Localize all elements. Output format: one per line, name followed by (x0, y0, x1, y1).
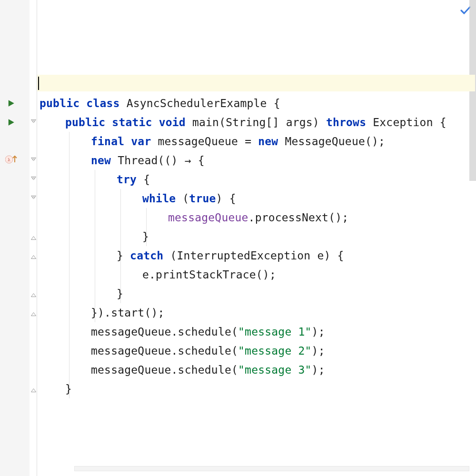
code-editor[interactable]: public class AsyncSchedulerExample {publ… (37, 0, 476, 476)
fold-collapse-icon[interactable] (31, 119, 36, 124)
fold-end-icon[interactable] (31, 235, 36, 239)
code-line[interactable]: } (37, 227, 149, 246)
code-text: while (true) { (37, 192, 236, 205)
code-text: } (37, 288, 123, 300)
code-line[interactable]: } catch (InterruptedException e) { (37, 246, 344, 265)
svg-marker-5 (31, 120, 36, 123)
fold-collapse-icon[interactable] (31, 177, 36, 181)
text-caret (38, 77, 39, 90)
code-text: }).start(); (37, 307, 165, 319)
code-line[interactable]: messageQueue.schedule("message 3"); (37, 360, 325, 379)
code-line[interactable]: } (37, 379, 72, 398)
horizontal-scrollbar[interactable] (74, 466, 469, 471)
code-text: messageQueue.schedule("message 1"); (37, 326, 325, 338)
fold-collapse-icon[interactable] (31, 158, 36, 162)
code-text: messageQueue.processNext(); (37, 211, 348, 224)
code-line[interactable]: final var messageQueue = new MessageQueu… (37, 132, 385, 151)
ide-editor-root: λ public class AsyncSchedulerExample {pu… (0, 0, 476, 476)
svg-marker-16 (31, 313, 36, 316)
fold-end-icon[interactable] (31, 311, 36, 316)
svg-marker-0 (9, 100, 14, 107)
code-line[interactable]: messageQueue.schedule("message 1"); (37, 322, 325, 341)
code-text: messageQueue.schedule("message 3"); (37, 364, 325, 376)
code-line[interactable]: while (true) { (37, 189, 236, 208)
fold-end-icon[interactable] (31, 292, 36, 297)
svg-marker-17 (31, 389, 36, 392)
fold-end-icon[interactable] (31, 387, 36, 392)
code-line[interactable]: }).start(); (37, 303, 165, 322)
svg-marker-9 (31, 177, 36, 180)
code-line[interactable]: public class AsyncSchedulerExample { (37, 94, 280, 113)
code-text: e.printStackTrace(); (37, 268, 276, 281)
code-text: public static void main(String[] args) t… (37, 116, 446, 129)
code-line[interactable]: e.printStackTrace(); (37, 265, 276, 284)
code-text: } catch (InterruptedException e) { (37, 249, 344, 262)
code-line[interactable]: try { (37, 170, 150, 189)
current-line[interactable] (37, 75, 475, 91)
svg-marker-11 (31, 196, 36, 199)
code-text: } (37, 383, 72, 395)
code-line[interactable]: new Thread(() → { (37, 151, 205, 170)
code-text: try { (37, 173, 150, 186)
svg-marker-1 (9, 119, 14, 126)
code-text: } (37, 230, 149, 243)
svg-marker-15 (31, 294, 36, 297)
gutter: λ (0, 0, 30, 476)
code-line[interactable]: } (37, 284, 123, 303)
code-line[interactable]: messageQueue.schedule("message 2"); (37, 341, 325, 360)
code-text: final var messageQueue = new MessageQueu… (37, 135, 385, 148)
svg-marker-7 (31, 158, 36, 161)
svg-marker-13 (31, 237, 36, 240)
run-gutter-icon[interactable] (7, 99, 15, 109)
run-gutter-icon[interactable] (7, 118, 15, 129)
code-text: new Thread(() → { (37, 154, 205, 167)
svg-text:λ: λ (8, 157, 10, 162)
code-text: messageQueue.schedule("message 2"); (37, 345, 325, 357)
fold-collapse-icon[interactable] (31, 196, 36, 200)
fold-strip (30, 0, 37, 476)
code-text: public class AsyncSchedulerExample { (37, 97, 280, 109)
fold-end-icon[interactable] (31, 254, 36, 258)
code-line[interactable]: messageQueue.processNext(); (37, 208, 348, 227)
lambda-gutter-icon[interactable]: λ (5, 155, 18, 166)
code-line[interactable]: public static void main(String[] args) t… (37, 113, 446, 132)
svg-marker-14 (31, 256, 36, 259)
